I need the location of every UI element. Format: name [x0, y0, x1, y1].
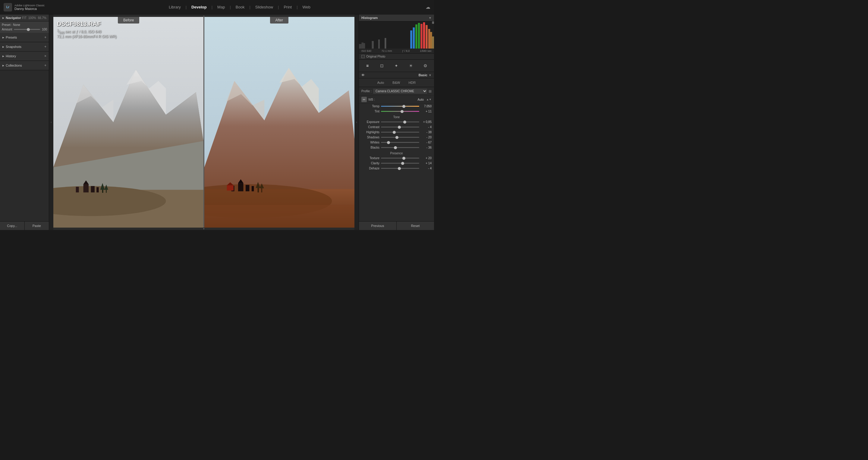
crop-icon[interactable]: ⊡: [378, 61, 386, 70]
history-header[interactable]: ▶ History ×: [0, 52, 49, 61]
highlights-slider-row: Highlights - 38: [359, 130, 434, 135]
settings-icon[interactable]: ⚙: [421, 61, 430, 70]
presets-add-button[interactable]: +: [44, 35, 46, 39]
amount-row: Amount 100: [2, 28, 47, 31]
shadows-slider-row: Shadows - 20: [359, 135, 434, 140]
history-close-button[interactable]: ×: [44, 54, 46, 58]
zoom2-label[interactable]: 66.7%: [38, 16, 46, 20]
visibility-eye-icon[interactable]: 👁: [361, 73, 365, 77]
basic-adjust-icon[interactable]: ≡: [363, 61, 372, 70]
snapshots-header[interactable]: ▶ Snapshots +: [0, 42, 49, 51]
whites-slider[interactable]: [381, 142, 419, 143]
presence-section-label: Presence: [359, 150, 434, 156]
original-photo-label: Original Photo: [366, 55, 385, 58]
whites-value: - 67: [421, 141, 432, 144]
svg-rect-38: [372, 41, 374, 49]
temp-slider-row: Temp 7.050: [359, 104, 434, 109]
snapshots-title: Snapshots: [6, 45, 44, 49]
tint-slider[interactable]: [381, 111, 419, 112]
tint-label: Tint: [361, 110, 379, 113]
after-button[interactable]: After: [270, 17, 288, 24]
temp-slider-thumb: [402, 105, 405, 108]
blacks-slider-thumb: [394, 146, 397, 149]
bw-mode-button[interactable]: B&W: [391, 80, 402, 85]
nav-book[interactable]: Book: [233, 4, 248, 10]
profile-row: Profile : Camera CLASSIC CHROME ⊞: [359, 87, 434, 96]
collapse-right-panel[interactable]: ›: [354, 14, 359, 230]
clarity-slider-thumb: [401, 162, 404, 165]
texture-label: Texture: [361, 156, 379, 160]
app-info: Adobe Lightroom Classic Danny Maiorca: [14, 4, 44, 10]
collections-add-button[interactable]: +: [44, 63, 46, 67]
photo-meta: 1⁄680 sec at ƒ / 8,0, ISO 640: [57, 29, 116, 34]
dehaze-label: Dehaze: [361, 167, 379, 170]
top-bar: Lr Adobe Lightroom Classic Danny Maiorca…: [0, 0, 434, 14]
contrast-label: Contrast: [361, 125, 379, 129]
highlights-slider-thumb: [393, 131, 396, 134]
fit-label[interactable]: FIT: [22, 16, 27, 20]
texture-value: + 20: [421, 156, 432, 160]
collections-triangle: ▶: [2, 64, 4, 67]
svg-rect-8: [84, 184, 89, 192]
tint-slider-row: Tint + 11: [359, 109, 434, 114]
left-panel-bottom-buttons: Copy... Paste: [0, 221, 49, 230]
nav-web[interactable]: Web: [300, 4, 314, 10]
histogram-header[interactable]: Histogram ▼: [359, 14, 434, 22]
before-photo-svg: [53, 17, 204, 227]
color-icon[interactable]: ☀: [407, 61, 415, 70]
svg-rect-48: [428, 29, 430, 49]
svg-rect-40: [384, 38, 386, 49]
cloud-icon[interactable]: ☁: [426, 4, 430, 10]
profile-select[interactable]: Camera CLASSIC CHROME: [373, 89, 427, 94]
reset-button[interactable]: Reset: [397, 221, 434, 230]
nav-develop[interactable]: Develop: [188, 4, 210, 10]
previous-button[interactable]: Previous: [359, 221, 397, 230]
nav-slideshow[interactable]: Slideshow: [252, 4, 276, 10]
presets-header[interactable]: ▶ Presets +: [0, 33, 49, 42]
wb-arrow-icon: ▲▼: [426, 98, 432, 101]
contrast-slider-row: Contrast - 4: [359, 124, 434, 130]
exposure-slider[interactable]: [381, 121, 419, 122]
wb-eyedropper-icon[interactable]: ✏: [361, 97, 367, 102]
collections-section: ▶ Collections +: [0, 61, 49, 70]
dehaze-slider[interactable]: [381, 168, 419, 169]
profile-grid-icon[interactable]: ⊞: [429, 89, 432, 93]
svg-rect-39: [378, 39, 380, 49]
texture-slider[interactable]: [381, 158, 419, 159]
after-label-container: After: [204, 17, 355, 24]
collections-title: Collections: [6, 64, 44, 67]
history-title: History: [6, 54, 44, 58]
navigator-header[interactable]: ▶ Navigator FIT 100% 66.7%: [0, 14, 49, 22]
svg-rect-51: [432, 22, 434, 24]
nav-map[interactable]: Map: [214, 4, 228, 10]
snapshots-add-button[interactable]: +: [44, 44, 46, 49]
history-triangle: ▶: [2, 55, 4, 58]
hdr-mode-button[interactable]: HDR: [407, 80, 417, 85]
copy-button[interactable]: Copy...: [0, 221, 25, 230]
paste-button[interactable]: Paste: [25, 221, 49, 230]
snapshots-section: ▶ Snapshots +: [0, 42, 49, 52]
presets-title: Presets: [6, 36, 44, 39]
contrast-slider-thumb: [398, 126, 401, 129]
healing-icon[interactable]: ✦: [392, 61, 401, 70]
navigator-controls: FIT 100% 66.7%: [22, 16, 46, 20]
blacks-slider[interactable]: [381, 147, 419, 148]
amount-slider[interactable]: [14, 29, 40, 30]
zoom1-label[interactable]: 100%: [28, 16, 36, 20]
shadows-slider[interactable]: [381, 137, 419, 138]
top-drag-handle[interactable]: [53, 14, 354, 17]
original-photo-checkbox[interactable]: [361, 55, 365, 58]
nav-library[interactable]: Library: [166, 4, 184, 10]
collapse-left-panel[interactable]: ‹: [49, 14, 53, 230]
temp-slider[interactable]: [381, 106, 419, 107]
bottom-drag-handle[interactable]: [53, 227, 354, 230]
auto-mode-button[interactable]: Auto: [375, 80, 386, 85]
nav-print[interactable]: Print: [281, 4, 295, 10]
tint-slider-thumb: [401, 110, 404, 113]
before-button[interactable]: Before: [118, 17, 139, 24]
contrast-slider[interactable]: [381, 127, 419, 127]
highlights-value: - 38: [421, 130, 432, 134]
highlights-slider[interactable]: [381, 132, 419, 133]
clarity-slider[interactable]: [381, 163, 419, 164]
collections-header[interactable]: ▶ Collections +: [0, 61, 49, 70]
